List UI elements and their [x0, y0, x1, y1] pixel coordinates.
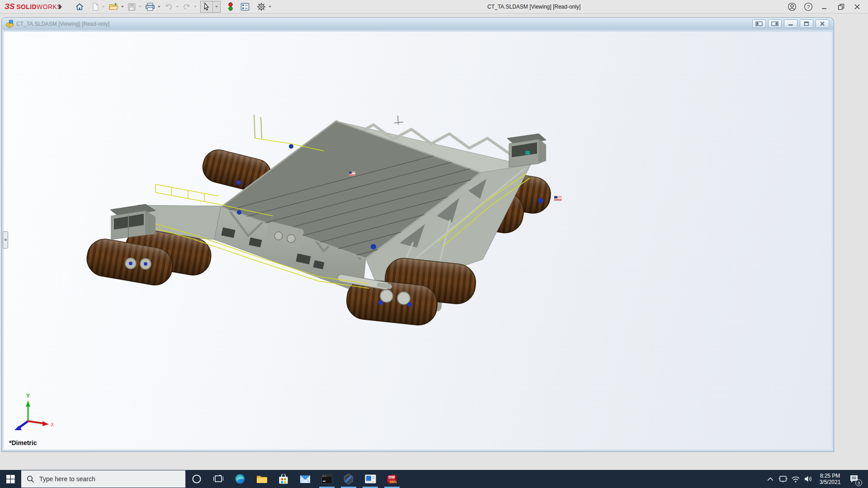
options-button[interactable]: [255, 1, 268, 13]
taskbar-app-solidworks[interactable]: SW 2021: [381, 470, 403, 488]
quick-access-toolbar: [73, 0, 273, 14]
hexagon-tool-icon: [343, 474, 354, 484]
window-title: CT_TA.SLDASM [Viewing] [Read-only]: [487, 4, 580, 10]
minimize-icon: [821, 4, 828, 10]
evaluate-list-button[interactable]: [239, 1, 251, 13]
account-icon: [788, 2, 797, 11]
notification-badge: 3: [855, 479, 862, 486]
taskbar-app-hexagon-tool[interactable]: [338, 470, 359, 488]
doc-restore-button[interactable]: [800, 19, 813, 28]
sw-letters: SW: [388, 475, 395, 479]
undo-button[interactable]: [162, 1, 175, 13]
mail-icon: [300, 475, 311, 483]
options-dropdown[interactable]: [269, 6, 271, 8]
tablet-device-icon: [778, 475, 788, 483]
select-tool-dropdown[interactable]: [215, 6, 218, 8]
interference-traffic-button[interactable]: [226, 1, 235, 13]
taskbar-app-task-view[interactable]: [208, 470, 229, 488]
doc-restore-icon: [803, 21, 810, 26]
menu-expand-arrow[interactable]: [59, 4, 62, 9]
file-explorer-icon: [256, 474, 268, 484]
account-button[interactable]: [784, 0, 800, 14]
windows-logo-icon: [6, 475, 15, 483]
action-center-button[interactable]: 3: [847, 470, 861, 488]
undo-icon: [164, 3, 173, 11]
wifi-tray-icon[interactable]: [791, 470, 800, 488]
open-folder-icon: [108, 2, 118, 11]
taskbar-search[interactable]: [21, 470, 186, 488]
tablet-device-tray-icon[interactable]: [778, 470, 788, 488]
assembly-document-icon: [5, 20, 14, 28]
restore-icon: [838, 4, 844, 10]
open-button[interactable]: [107, 1, 120, 13]
system-tray: 8:25 PM 3/5/2021 3: [766, 470, 868, 488]
select-tool-group: [200, 1, 221, 13]
pane-splitter-handle[interactable]: [3, 231, 8, 249]
print-dropdown[interactable]: [158, 6, 160, 8]
hidden-icons-chevron[interactable]: [766, 470, 775, 488]
volume-tray-icon[interactable]: [804, 470, 813, 488]
save-icon: [127, 3, 136, 11]
command-prompt-icon: C:\: [321, 474, 332, 484]
orientation-triad[interactable]: Y X z: [10, 371, 53, 430]
start-button[interactable]: [0, 470, 21, 488]
minimize-button[interactable]: [816, 0, 833, 14]
task-list-icon: [241, 3, 250, 11]
operator-cab-east: [507, 134, 546, 167]
taskbar-app-microsoft-store[interactable]: [273, 470, 294, 488]
save-button[interactable]: [126, 1, 138, 13]
doc-close-icon: [820, 21, 825, 26]
search-icon: [27, 475, 34, 483]
graphics-viewport[interactable]: Y X z *Dimetric: [1, 30, 834, 452]
search-input[interactable]: [39, 475, 175, 483]
microsoft-store-icon: [278, 474, 288, 484]
gear-icon: [257, 2, 266, 11]
new-document-button[interactable]: [90, 1, 101, 13]
doc-minimize-button[interactable]: [784, 19, 797, 28]
select-cursor-icon: [203, 2, 211, 11]
open-dropdown[interactable]: [121, 6, 124, 8]
doc-pane-left-button[interactable]: [752, 19, 766, 28]
print-icon: [145, 2, 155, 11]
help-button[interactable]: ?: [800, 0, 816, 14]
document-window-controls: [752, 19, 829, 28]
taskbar-app-file-explorer[interactable]: [251, 470, 273, 488]
select-tool-button[interactable]: [201, 1, 212, 13]
close-button[interactable]: [849, 0, 865, 14]
cortana-icon: [192, 474, 202, 484]
document-titlebar[interactable]: CT_TA.SLDASM [Viewing] [Read-only]: [1, 17, 834, 30]
crawler-transporter-model: [2, 30, 834, 451]
taskbar-clock[interactable]: 8:25 PM 3/5/2021: [816, 473, 844, 485]
save-dropdown[interactable]: [139, 6, 142, 8]
taskbar-app-cortana[interactable]: [186, 470, 208, 488]
restore-button[interactable]: [833, 0, 849, 14]
redo-button[interactable]: [180, 1, 193, 13]
close-icon: [854, 4, 860, 10]
cmd-title-text: C:\: [323, 474, 326, 477]
new-document-icon: [91, 2, 99, 11]
print-button[interactable]: [143, 1, 157, 13]
doc-pane-right-button[interactable]: [768, 19, 782, 28]
window-controls: ?: [784, 0, 865, 14]
volume-icon: [804, 475, 813, 483]
ds-logo-mark: ЗS: [5, 2, 14, 11]
svg-text:?: ?: [807, 4, 810, 9]
redo-icon: [182, 3, 191, 11]
edge-icon: [235, 474, 245, 484]
traffic-light-icon: [228, 2, 233, 11]
view-orientation-label: *Dimetric: [9, 439, 37, 446]
solidworks-2021-icon: SW 2021: [386, 473, 398, 485]
redo-dropdown[interactable]: [194, 6, 197, 8]
new-document-dropdown[interactable]: [102, 6, 105, 8]
taskbar-app-mail[interactable]: [294, 470, 316, 488]
taskbar-app-edge[interactable]: [229, 470, 251, 488]
solidworks-logo: ЗS SOLID WORKS: [5, 2, 61, 11]
undo-dropdown[interactable]: [176, 6, 179, 8]
doc-close-button[interactable]: [816, 19, 829, 28]
taskbar-app-remote-desktop[interactable]: [359, 470, 381, 488]
wifi-icon: [791, 476, 800, 483]
taskbar-app-command-prompt[interactable]: C:\: [316, 470, 338, 488]
clock-date: 3/5/2021: [816, 479, 844, 485]
home-button[interactable]: [73, 1, 86, 13]
remote-desktop-icon: [365, 474, 376, 483]
